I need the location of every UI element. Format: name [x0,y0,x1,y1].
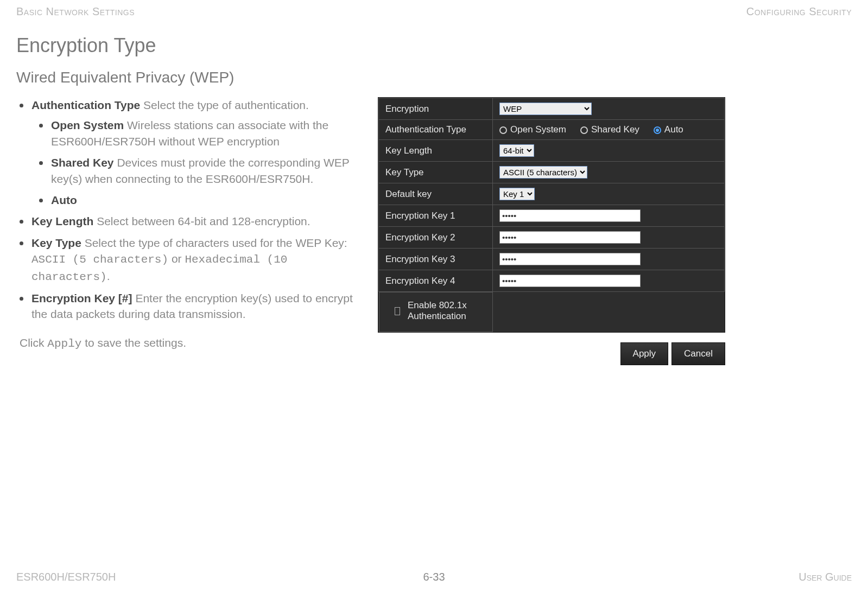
mono-ascii: ASCII (5 characters) [31,253,168,266]
enc-key-2-input[interactable] [499,231,641,244]
header-left: Basic Network Settings [16,5,135,18]
radio-shared-key-input[interactable] [580,126,588,134]
footer-left: ESR600H/ESR750H [16,571,116,583]
wep-settings-panel: Encryption WEP Authentication Type Open … [378,97,725,333]
radio-open-system-input[interactable] [499,126,507,134]
apply-button[interactable]: Apply [620,342,669,365]
desc-auth-type: Select the type of authentication. [140,99,309,111]
label-encryption: Encryption [379,98,493,120]
apply-note-post: to save the settings. [81,336,186,349]
desc-key-type-pre: Select the type of characters used for t… [81,237,347,249]
description-column: Authentication Type Select the type of a… [16,97,364,365]
label-enc-key-1: Encryption Key 1 [379,205,493,227]
footer-right: User Guide [799,571,852,583]
default-key-select[interactable]: Key 1 [499,188,535,200]
term-key-length: Key Length [31,215,93,227]
bullet-key-type: Key Type Select the type of characters u… [31,235,364,285]
term-auto: Auto [51,194,77,206]
bullet-open-system: Open System Wireless stations can associ… [51,117,364,149]
label-enc-key-3: Encryption Key 3 [379,249,493,270]
desc-key-type-mid: or [168,252,185,265]
key-length-select[interactable]: 64-bit [499,144,534,157]
bullet-enc-key: Encryption Key [#] Enter the encryption … [31,290,364,322]
bullet-key-length: Key Length Select between 64-bit and 128… [31,213,364,229]
radio-open-system[interactable]: Open System [499,124,566,135]
apply-note-pre: Click [20,336,47,349]
radio-auto-label: Auto [664,124,683,135]
term-shared-key: Shared Key [51,156,114,169]
apply-note: Click Apply to save the settings. [16,336,364,350]
desc-key-length: Select between 64-bit and 128-encryption… [93,215,310,227]
cancel-button[interactable]: Cancel [671,342,725,365]
label-default-key: Default key [379,183,493,205]
enc-key-1-input[interactable] [499,209,641,222]
key-type-select[interactable]: ASCII (5 characters) [499,166,587,179]
term-open-system: Open System [51,119,124,131]
bullet-auth-type: Authentication Type Select the type of a… [31,97,364,208]
enc-key-4-input[interactable] [499,275,641,287]
page-title: Encryption Type [16,34,852,57]
label-key-type: Key Type [379,162,493,183]
page-subtitle: Wired Equivalent Privacy (WEP) [16,69,852,86]
term-key-type: Key Type [31,237,81,249]
footer-page-number: 6-33 [423,571,445,583]
header-right: Configuring Security [746,5,852,18]
apply-note-mono: Apply [47,338,81,350]
enable-8021x-checkbox[interactable] [395,307,400,315]
enc-key-3-input[interactable] [499,253,641,265]
radio-auto-input[interactable] [654,126,661,134]
term-enc-key: Encryption Key [#] [31,292,132,304]
encryption-select[interactable]: WEP [499,103,592,115]
bullet-shared-key: Shared Key Devices must provide the corr… [51,155,364,187]
router-ui-column: Encryption WEP Authentication Type Open … [378,97,725,365]
radio-auto[interactable]: Auto [654,124,683,135]
radio-shared-key[interactable]: Shared Key [580,124,639,135]
label-key-length: Key Length [379,140,493,162]
label-auth-type: Authentication Type [379,120,493,140]
bullet-auto: Auto [51,192,364,208]
enable-8021x-label: Enable 802.1x Authentication [408,300,486,322]
label-enc-key-2: Encryption Key 2 [379,227,493,249]
radio-open-system-label: Open System [510,124,566,135]
desc-key-type-tail: . [107,270,110,282]
radio-shared-key-label: Shared Key [591,124,639,135]
term-auth-type: Authentication Type [31,99,140,111]
label-enc-key-4: Encryption Key 4 [379,270,493,292]
